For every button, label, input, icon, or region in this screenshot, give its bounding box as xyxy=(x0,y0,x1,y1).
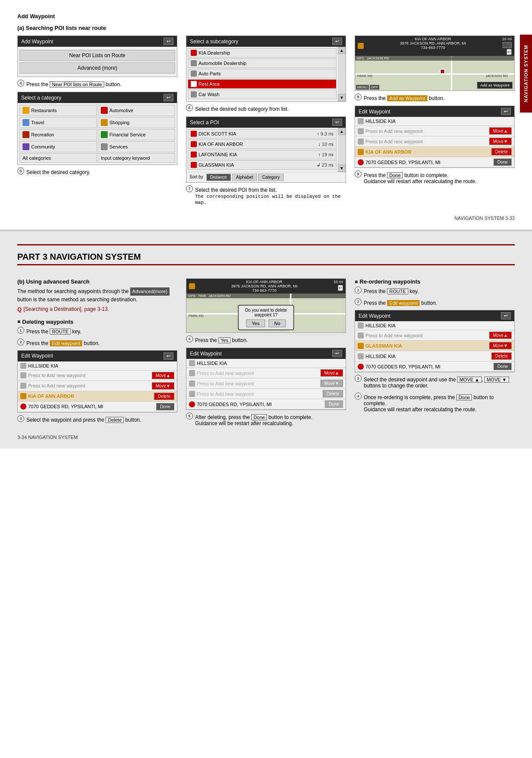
map-menu-bar: MENU OFF xyxy=(355,84,380,90)
cat-restaurants[interactable]: Restaurants xyxy=(19,105,97,116)
poi-dick-scott[interactable]: DICK SCOTT KIA ↑9.3 mi xyxy=(188,129,337,139)
map-body-top: PARK RD JACKSON RD GPS JACKSON RD Add as… xyxy=(355,56,514,90)
ewp-move-dn-1[interactable]: Move▼ xyxy=(489,138,512,145)
reorder-num-1: 1 xyxy=(355,287,362,294)
subcat-auto-dealership[interactable]: Automobile Dealership xyxy=(188,58,337,68)
after-delete-widget: Edit Waypoint ↩ HILLSIDE KIA Press to Ad… xyxy=(186,348,346,410)
rew-move-dn[interactable]: Move▼ xyxy=(489,342,512,349)
reorder-heading: Re-ordering waypoints xyxy=(355,278,515,285)
ewp-move-up-1[interactable]: Move▲ xyxy=(489,127,512,135)
cat-services[interactable]: Services xyxy=(98,141,175,152)
cat-travel[interactable]: Travel xyxy=(19,117,97,128)
ewp-icon-5 xyxy=(358,159,364,165)
off-btn[interactable]: OFF xyxy=(370,85,379,90)
gps-bar-road2: JACKSON RD xyxy=(208,294,231,298)
ead-move-up[interactable]: Move▲ xyxy=(320,369,343,377)
services-icon xyxy=(101,143,108,150)
cat-shopping[interactable]: Shopping xyxy=(98,117,175,128)
select-poi-back-btn[interactable]: ↩ xyxy=(332,119,342,126)
dialog-yes-btn[interactable]: Yes xyxy=(246,319,265,327)
del-ewp-delete[interactable]: Delete xyxy=(154,393,174,400)
del-ewp-done[interactable]: Done xyxy=(156,403,174,410)
reorder-edit-wp-widget: Edit Waypoint ↩ HILLSIDE KIA Press to Ad… xyxy=(355,310,515,372)
reorder-text-3: Select the desired waypoint and use the … xyxy=(364,377,515,389)
dialog-text: Do you want to delete waypoint 1? xyxy=(243,308,289,317)
map-distance: 10 mi xyxy=(502,37,512,41)
poi-glassman[interactable]: GLASSMAN KIA ↲23 mi xyxy=(188,160,337,170)
ead-icon-5 xyxy=(189,401,195,407)
cat-recreation[interactable]: Recreation xyxy=(19,129,97,140)
rew-label-2: Press to Add new waypoint xyxy=(365,333,487,338)
reorder-step-4: 4 Once re-ordering is complete, press th… xyxy=(355,393,515,414)
ewp-label-3: Press to Add new waypoint xyxy=(365,139,487,144)
sort-category-btn[interactable]: Category xyxy=(258,174,284,181)
cat-community[interactable]: Community xyxy=(19,141,97,152)
rew-row-5: 7070 GEDDES RD, YPSILANTI, MI Done xyxy=(355,361,514,372)
cat-input-keyword[interactable]: Input category keyword xyxy=(98,153,175,163)
del-edit-wp-back[interactable]: ↩ xyxy=(163,352,173,360)
ead-icon-1 xyxy=(189,360,195,366)
rew-move-up[interactable]: Move▲ xyxy=(489,332,512,339)
rew-icon-2 xyxy=(358,332,364,339)
reorder-edit-wp-back[interactable]: ↩ xyxy=(501,312,511,319)
subcat-car-wash[interactable]: Car Wash xyxy=(188,90,337,99)
cat-automotive[interactable]: Automotive xyxy=(98,105,175,116)
rew-delete[interactable]: Delete xyxy=(491,352,512,360)
subcat-rest-area[interactable]: Rest Area xyxy=(188,79,337,89)
del-ewp-icon-3 xyxy=(20,383,26,389)
rew-done[interactable]: Done xyxy=(494,363,512,370)
subcat-kia-dealership[interactable]: KIA Dealership xyxy=(188,48,337,58)
poi-scroll-down[interactable]: ▼ xyxy=(338,165,346,172)
reorder-step-2: 2 Press the Edit waypoint button. xyxy=(355,298,515,308)
phone-icon[interactable]: 📞 xyxy=(503,42,512,48)
scroll-down-btn[interactable]: ▼ xyxy=(338,94,346,101)
select-category-back-btn[interactable]: ↩ xyxy=(163,94,173,101)
cat-financial[interactable]: Financial Service xyxy=(98,129,175,140)
ewp-done-1[interactable]: Done xyxy=(494,158,512,166)
subcat-auto-label: Automobile Dealership xyxy=(199,61,247,66)
del-ewp-move-dn[interactable]: Move▼ xyxy=(152,382,174,390)
ead-label-5: 7070 GEDDES RD, YPSILANTI, MI xyxy=(197,402,323,407)
reorder-text-1: Press the ROUTE key. xyxy=(364,288,419,294)
add-waypoint-inline-btn: Add as Waypoint xyxy=(387,95,427,101)
edit-waypoint-back-top[interactable]: ↩ xyxy=(501,108,511,115)
dialog-no-btn[interactable]: No xyxy=(269,319,286,327)
advanced-more-btn[interactable]: Advanced(more) xyxy=(130,287,170,296)
scroll-up-btn[interactable]: ▲ xyxy=(338,47,346,54)
sort-alphabet-btn[interactable]: Alphabet xyxy=(232,174,257,181)
after-delete-back[interactable]: ↩ xyxy=(332,350,342,357)
edit-waypoint-widget-top: Edit Waypoint ↩ HILLSIDE KIA Press to Ad… xyxy=(355,106,515,168)
map-del-back-btn[interactable]: ↩ xyxy=(338,285,343,291)
del-ewp-move-up[interactable]: Move▲ xyxy=(152,372,174,379)
shopping-icon xyxy=(101,119,108,126)
del-text-2: Press the Edit waypoint button. xyxy=(26,340,100,346)
ead-move-dn[interactable]: Move▼ xyxy=(320,380,343,387)
ead-done[interactable]: Done xyxy=(325,400,343,408)
ewp-label-5: 7070 GEDDES RD, YPSILANTI, MI xyxy=(365,160,492,165)
gps-label: GPS xyxy=(357,56,364,60)
select-subcategory-back-btn[interactable]: ↩ xyxy=(332,38,342,45)
map-gps-indicator xyxy=(358,37,364,55)
sort-distance-btn[interactable]: Distance xyxy=(206,174,231,181)
ead-delete[interactable]: Delete xyxy=(323,390,343,397)
menu-btn[interactable]: MENU xyxy=(356,85,369,90)
map-back-btn[interactable]: ↩ xyxy=(506,49,512,55)
map-title-block: KIA OF ANN ARBOR 3976 JACKSON RD. ANN AR… xyxy=(364,37,502,55)
subcat-auto-parts[interactable]: Auto Parts xyxy=(188,69,337,78)
ewp-delete-1[interactable]: Delete xyxy=(491,148,512,155)
road-vertical xyxy=(451,56,452,90)
poi-lafontaine[interactable]: LAFONTAINE KIA ↑19 mi xyxy=(188,150,337,159)
footer-top: NAVIGATION SYSTEM 3-33 xyxy=(17,213,515,221)
add-waypoint-back-btn[interactable]: ↩ xyxy=(163,38,173,45)
col-1: Add Waypoint ↩ Near POI Lists on Route A… xyxy=(17,35,177,209)
move-dn-inline: MOVE ▼ xyxy=(484,377,509,383)
subcat-auto-icon xyxy=(191,60,197,66)
cat-all[interactable]: All categories xyxy=(19,153,97,163)
advanced-btn[interactable]: Advanced (more) xyxy=(19,62,175,74)
near-poi-btn[interactable]: Near POI Lists on Route xyxy=(19,50,175,61)
add-as-waypoint-btn[interactable]: Add as Waypoint xyxy=(477,82,513,89)
bottom-col-1: (b) Using advanced Search The method for… xyxy=(17,278,177,430)
poi-scroll-up[interactable]: ▲ xyxy=(338,128,346,135)
poi-kia-ann-arbor[interactable]: KIA OF ANN ARBOR ↓10 mi xyxy=(188,139,337,149)
side-tab: NAVIGATION SYSTEM xyxy=(520,35,532,113)
